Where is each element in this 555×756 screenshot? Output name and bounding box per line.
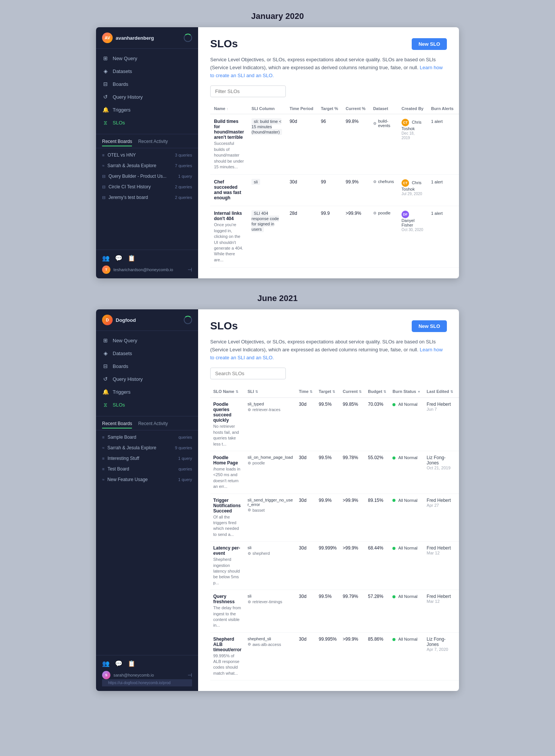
sidebar-user-jan[interactable]: AV avanhardenberg [102, 33, 154, 43]
divider-june [96, 416, 198, 416]
col-sli-jan: SLI Column [248, 103, 286, 114]
sidebar-item-boards-jan[interactable]: ⊟ Boards [96, 78, 198, 90]
team-icon-june[interactable]: 👥 [102, 660, 110, 667]
recent-boards-tab-june[interactable]: Recent Boards [102, 421, 132, 428]
slo-pin-4-june[interactable]: ◇ [456, 590, 459, 633]
footer-avatar-june: S [102, 671, 110, 679]
slo-dataset-0-jan: ⚙ build-events [373, 119, 394, 128]
recent-boards-tab-jan[interactable]: Recent Boards [102, 139, 132, 146]
footer-icons-june: 👥 💬 📋 [102, 660, 192, 667]
slo-current-3-june: >99.9% [340, 542, 365, 590]
sidebar-header-jan: AV avanhardenberg [96, 27, 198, 49]
board-name-4-june: New Feature Usage [107, 477, 148, 482]
slo-current-2-jan: >99.9% [342, 206, 369, 268]
collapse-sidebar-btn-jan[interactable]: ⊣ [188, 267, 192, 273]
nav-june: ⊞ New Query ◈ Datasets ⊟ Boards ↺ Query … [96, 331, 198, 414]
slo-pin-2-june[interactable]: ◇ [456, 494, 459, 542]
sidebar-item-slos-june[interactable]: ⧖ SLOs [96, 398, 198, 411]
sidebar-item-datasets-jan[interactable]: ◈ Datasets [96, 65, 198, 78]
chat-icon[interactable]: 💬 [115, 255, 122, 262]
sidebar-item-query-history-june[interactable]: ↺ Query History [96, 373, 198, 385]
recent-board-item-3-jan[interactable]: ⊟ Circle CI Test History 2 queries [96, 182, 198, 192]
table-container-jan: Name ↑ SLI Column Time Period Target % C… [210, 103, 447, 268]
slo-name-1-jan: Chef succeeded and was fast enough [214, 179, 244, 200]
user-email-jan: tesharichardson@honeycomb.io [113, 267, 173, 272]
recent-board-item-0-jan[interactable]: ≡ OTEL vs HNY 3 queries [96, 150, 198, 160]
board-count-1-june: 9 queries [175, 446, 192, 450]
slo-name-0-june: Poodle queries succeed quickly [213, 402, 242, 423]
board-name-1-june: Sarrah & Jesula Explore [107, 445, 156, 450]
sidebar-item-boards-june[interactable]: ⊟ Boards [96, 360, 198, 373]
table-row: Shepherd ALB timeout/error 99.995% of AL… [210, 632, 459, 680]
slo-desc-2-jan: Once you're logged in, clicking on the U… [214, 222, 244, 263]
recent-board-item-4-jan[interactable]: ⊟ Jeremy's test board 2 queries [96, 192, 198, 203]
nav-label: Boards [113, 363, 128, 369]
slo-sli-0-jan: sli: build time < 15 minutes (hound/mast… [251, 118, 282, 135]
sidebar-item-new-query-jan[interactable]: ⊞ New Query [96, 52, 198, 65]
board-icon-0-june: ≡ [102, 435, 104, 439]
table-row: Build times for hound/master aren't terr… [210, 114, 459, 175]
collapse-sidebar-btn-june[interactable]: ⊣ [188, 672, 192, 678]
slo-pin-3-june[interactable]: ◇ [456, 542, 459, 590]
recent-board-item-2-june[interactable]: ≡ Interesting Stuff 1 query [96, 453, 198, 464]
new-slo-btn-jan[interactable]: New SLO [412, 38, 447, 50]
slo-pin-0-june[interactable]: ◇ [456, 398, 459, 451]
board-icon-4: ⊟ [102, 195, 105, 200]
sidebar-june: D Dogfood ⊞ New Query ◈ Datasets ⊟ Board… [96, 309, 198, 691]
team-icon[interactable]: 👥 [102, 255, 110, 262]
slo-name-0-jan: Build times for hound/master aren't terr… [214, 119, 244, 140]
slo-pin-5-june[interactable]: ◇ [456, 632, 459, 680]
loading-indicator-jan [184, 34, 192, 42]
chat-icon-june[interactable]: 💬 [115, 660, 122, 667]
slo-pin-1-june[interactable]: ◇ [456, 451, 459, 494]
sidebar-item-new-query-june[interactable]: ⊞ New Query [96, 334, 198, 347]
username-june: Dogfood [116, 317, 136, 323]
slo-desc-0-jan: Successful builds of hound/master should… [214, 141, 244, 170]
sidebar-item-slos-jan[interactable]: ⧖ SLOs [96, 116, 198, 129]
col-target-june: Target ⇅ [316, 385, 340, 398]
url-bar-june: https://ui-dogfood.honeycomb.io/prod [102, 679, 192, 686]
recent-activity-tab-jan[interactable]: Recent Activity [138, 139, 168, 146]
sidebar-item-triggers-jan[interactable]: 🔔 Triggers [96, 103, 198, 116]
recent-board-item-2-jan[interactable]: ⊟ Query Builder - Product Us... 1 query [96, 171, 198, 182]
footer-avatar-jan: T [102, 265, 110, 274]
recent-tabs-jan: Recent Boards Recent Activity [96, 136, 198, 148]
slo-dataset-1-jan: ⚙ chefruns [373, 179, 394, 184]
filter-slos-input-jan[interactable] [210, 85, 286, 97]
slo-name-5-june: Shepherd ALB timeout/error [213, 636, 242, 652]
board-count-4-june: 1 query [178, 477, 192, 482]
slo-name-2-jan: Internal links don't 404 [214, 211, 244, 221]
board-icon-1: ≈ [102, 163, 104, 168]
clipboard-icon[interactable]: 📋 [128, 255, 135, 262]
new-slo-btn-june[interactable]: New SLO [412, 320, 447, 332]
slo-burn-5-june: All Normal [389, 632, 423, 680]
slo-current-1-jan: 99.9% [342, 175, 369, 206]
recent-board-item-4-june[interactable]: ≈ New Feature Usage 1 query [96, 474, 198, 485]
email-row-june: S sarah@honeycomb.io ⊣ [102, 671, 192, 679]
table-row: Query freshness The delay from ingest to… [210, 590, 459, 633]
col-burn-jan: Burn Alerts [427, 103, 457, 114]
sidebar-item-datasets-june[interactable]: ◈ Datasets [96, 347, 198, 360]
slo-budget-2-june: 89.15% [365, 494, 389, 542]
sidebar-user-june[interactable]: D Dogfood [102, 315, 136, 325]
slo-current-4-june: 99.79% [340, 590, 365, 633]
recent-activity-tab-june[interactable]: Recent Activity [138, 421, 168, 428]
datasets-icon-june: ◈ [102, 350, 109, 356]
recent-board-item-0-june[interactable]: ≡ Sample Board queries [96, 432, 198, 442]
search-slos-input-june[interactable] [210, 368, 286, 379]
clipboard-icon-june[interactable]: 📋 [128, 660, 135, 667]
table-row: Poodle queries succeed quickly No retrie… [210, 398, 459, 451]
slo-current-0-june: 99.85% [340, 398, 365, 451]
email-row-jan: T tesharichardson@honeycomb.io ⊣ [102, 265, 192, 274]
slo-time-1-june: 30d [296, 451, 316, 494]
recent-tabs-june: Recent Boards Recent Activity [96, 418, 198, 430]
sidebar-item-query-history-jan[interactable]: ↺ Query History [96, 90, 198, 103]
recent-board-item-3-june[interactable]: ≡ Test Board queries [96, 464, 198, 474]
board-name-0-june: Sample Board [107, 435, 136, 440]
col-pin-june: Pin [456, 385, 459, 398]
recent-board-item-1-jan[interactable]: ≈ Sarrah & Jesula Explore 7 queries [96, 160, 198, 171]
recent-board-item-1-june[interactable]: ≈ Sarrah & Jesula Explore 9 queries [96, 442, 198, 453]
sidebar-item-triggers-june[interactable]: 🔔 Triggers [96, 385, 198, 398]
board-name-2-june: Interesting Stuff [107, 456, 139, 461]
divider-jan [96, 134, 198, 134]
